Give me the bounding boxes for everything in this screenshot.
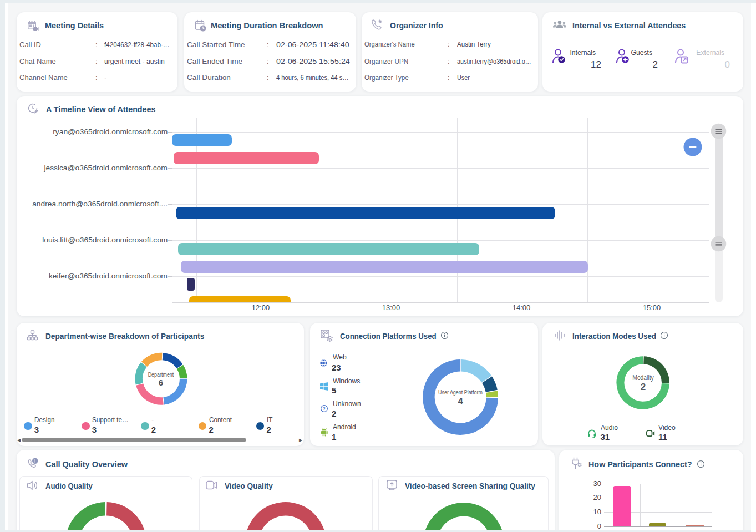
- svg-text:?: ?: [323, 406, 326, 411]
